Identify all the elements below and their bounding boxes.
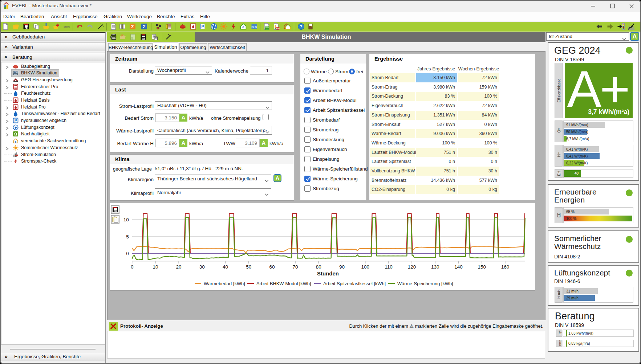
- svg-text:Σ: Σ: [131, 24, 134, 29]
- svg-text:150: 150: [478, 264, 486, 270]
- svg-text:5: 5: [126, 234, 129, 240]
- svg-text:?: ?: [300, 24, 303, 29]
- svg-text:Wärmebedarf [kWh]: Wärmebedarf [kWh]: [204, 281, 245, 286]
- svg-text:90: 90: [339, 264, 345, 270]
- svg-text:BHS: BHS: [252, 26, 257, 28]
- svg-text:80: 80: [316, 264, 321, 270]
- svg-text:70: 70: [293, 264, 298, 270]
- svg-text:0: 0: [131, 264, 134, 270]
- svg-text:110: 110: [385, 264, 393, 270]
- svg-text:10: 10: [123, 217, 129, 222]
- svg-text:P: P: [15, 119, 17, 123]
- svg-text:Stunden: Stunden: [317, 270, 339, 277]
- svg-text:Σ: Σ: [143, 24, 146, 29]
- svg-text:120: 120: [408, 264, 416, 270]
- svg-text:BHS: BHS: [14, 71, 17, 73]
- svg-text:50: 50: [246, 264, 251, 270]
- svg-text:100: 100: [361, 264, 369, 270]
- svg-text:60: 60: [269, 264, 275, 270]
- svg-text:30: 30: [199, 264, 205, 270]
- svg-text:P: P: [201, 24, 204, 29]
- svg-text:0: 0: [126, 251, 129, 256]
- svg-text:40: 40: [223, 264, 228, 270]
- svg-text:€: €: [242, 25, 244, 29]
- svg-text:Arbeit BHKW-Modul [kWh]: Arbeit BHKW-Modul [kWh]: [256, 281, 311, 286]
- svg-text:Wärme-Speicherung [kWh]: Wärme-Speicherung [kWh]: [397, 281, 453, 286]
- svg-text:10: 10: [153, 264, 158, 270]
- svg-text:Arbeit Spitzenlastkessel [kWh]: Arbeit Spitzenlastkessel [kWh]: [323, 281, 386, 286]
- svg-text:20: 20: [176, 264, 182, 270]
- svg-text:PDF: PDF: [276, 27, 280, 29]
- svg-text:130: 130: [431, 264, 439, 270]
- svg-text:160: 160: [501, 264, 510, 270]
- svg-text:140: 140: [454, 264, 463, 270]
- svg-text:€: €: [15, 140, 17, 143]
- svg-text:demo: demo: [64, 25, 70, 28]
